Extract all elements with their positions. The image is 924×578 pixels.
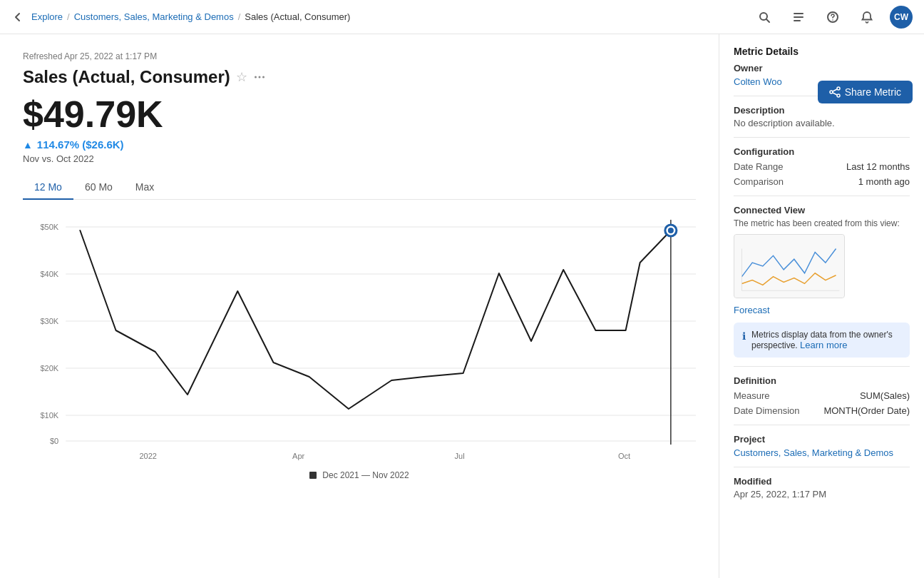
svg-rect-1 [794,13,804,14]
svg-point-8 [837,94,840,97]
definition-title: Definition [734,375,910,386]
back-button[interactable] [11,11,24,24]
owner-value[interactable]: Colten Woo [734,76,782,87]
svg-text:$10K: $10K [40,411,58,420]
help-button[interactable] [821,6,844,29]
svg-rect-3 [794,20,801,21]
legend-text: Dec 2021 — Nov 2022 [322,470,409,480]
svg-point-7 [830,91,833,93]
svg-text:$20K: $20K [40,364,58,372]
divider-5 [734,425,910,425]
svg-point-11 [262,76,265,78]
favorite-button[interactable]: ☆ [236,69,247,85]
divider-3 [734,196,910,196]
svg-text:$30K: $30K [40,317,58,325]
metric-title: Sales (Actual, Consumer) [23,67,230,87]
date-dimension-row: Date Dimension MONTH(Order Date) [734,405,910,416]
svg-rect-2 [794,16,804,18]
info-box: ℹ Metrics display data from the owner's … [734,323,910,358]
topnav: Explore / Customers, Sales, Marketing & … [0,0,924,34]
svg-point-10 [258,76,260,78]
notifications-button[interactable] [856,6,878,29]
date-dimension-value: MONTH(Order Date) [823,405,910,416]
configuration-title: Configuration [734,146,910,157]
divider-2 [734,137,910,138]
divider-4 [734,366,910,367]
svg-text:Oct: Oct [618,452,630,460]
change-row: ▲ 114.67% ($26.6K) [23,138,696,151]
connected-view-desc: The metric has been created from this vi… [734,218,910,228]
forecast-link[interactable]: Forecast [734,305,770,315]
svg-text:$0: $0 [50,437,58,445]
right-sidebar: Metric Details Owner Colten Woo Descript… [719,34,924,578]
svg-text:Apr: Apr [292,452,305,460]
left-content: Refreshed Apr 25, 2022 at 1:17 PM Sales … [0,34,719,578]
legend-dot [309,472,317,479]
svg-point-30 [668,228,674,233]
info-text: Metrics display data from the owner's pe… [751,330,901,350]
svg-text:$40K: $40K [40,270,58,278]
line-chart: $50K $40K $30K $20K $10K $0 2022 Apr Jul… [23,206,696,462]
svg-text:$50K: $50K [40,223,58,231]
metric-details-title: Metric Details [734,46,910,57]
comparison-value: 1 month ago [858,176,910,187]
project-value[interactable]: Customers, Sales, Marketing & Demos [734,447,893,458]
tab-60mo[interactable]: 60 Mo [73,176,124,200]
chart-legend: Dec 2021 — Nov 2022 [23,470,696,480]
modified-value: Apr 25, 2022, 1:17 PM [734,489,910,500]
more-options-button[interactable] [253,71,266,83]
avatar[interactable]: CW [890,6,913,29]
svg-rect-31 [735,235,844,298]
metric-value: $49.79K [23,93,696,136]
date-range-row: Date Range Last 12 months [734,161,910,172]
chart-container: $50K $40K $30K $20K $10K $0 2022 Apr Jul… [23,206,696,484]
date-range-value: Last 12 months [846,161,910,172]
metric-title-row: Sales (Actual, Consumer) ☆ [23,67,696,87]
svg-point-5 [832,19,833,21]
edit-button[interactable] [787,6,810,29]
main-layout: Refreshed Apr 25, 2022 at 1:17 PM Sales … [0,34,924,578]
change-value: 114.67% ($26.6K) [37,138,124,151]
owner-label: Owner [734,63,910,73]
breadcrumb-workbook[interactable]: Customers, Sales, Marketing & Demos [74,11,234,22]
description-label: Description [734,105,910,116]
date-dimension-label: Date Dimension [734,405,800,416]
tab-max[interactable]: Max [124,176,165,200]
breadcrumb: Explore / Customers, Sales, Marketing & … [11,11,350,24]
refresh-text: Refreshed Apr 25, 2022 at 1:17 PM [23,51,696,61]
divider-6 [734,467,910,467]
view-thumbnail[interactable] [734,234,845,298]
measure-row: Measure SUM(Sales) [734,390,910,401]
comparison-row: Comparison 1 month ago [734,176,910,187]
tab-12mo[interactable]: 12 Mo [23,176,73,200]
svg-text:Jul: Jul [455,452,465,460]
breadcrumb-current: Sales (Actual, Consumer) [245,11,350,22]
search-button[interactable] [753,6,776,29]
learn-more-link[interactable]: Learn more [800,340,847,350]
date-range-label: Date Range [734,161,783,172]
comparison-text: Nov vs. Oct 2022 [23,153,696,164]
info-icon: ℹ [742,330,746,350]
breadcrumb-explore[interactable]: Explore [31,11,63,22]
share-metric-button[interactable]: Share Metric [818,81,913,103]
modified-title: Modified [734,476,910,487]
measure-label: Measure [734,390,770,401]
comparison-label: Comparison [734,176,784,187]
svg-point-9 [255,76,257,78]
connected-view-title: Connected View [734,205,910,216]
time-range-tabs: 12 Mo 60 Mo Max [23,176,696,200]
svg-point-6 [837,87,840,90]
description-text: No description available. [734,118,910,128]
measure-value: SUM(Sales) [860,390,910,401]
svg-text:2022: 2022 [139,452,157,460]
topnav-actions: CW [753,6,913,29]
project-title: Project [734,434,910,445]
trend-icon: ▲ [23,139,33,151]
